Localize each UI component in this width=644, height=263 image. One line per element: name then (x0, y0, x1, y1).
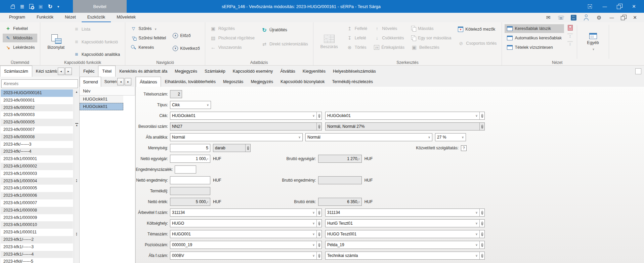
sub-tab[interactable]: Általános (136, 77, 161, 87)
scroll-top-marker-icon[interactable] (75, 123, 78, 127)
minimize-icon[interactable] (602, 4, 607, 9)
chevron-down-icon[interactable] (311, 222, 316, 225)
scroll-jump-down-icon[interactable] (74, 233, 79, 236)
attachment-button[interactable] (245, 144, 250, 152)
invoice-list-item[interactable]: 2023-kfk/------3 (1, 141, 73, 148)
tab-scroll-right-icon[interactable] (65, 68, 72, 75)
koltseghely-code-select[interactable]: HUGO (170, 219, 322, 227)
menu-item[interactable]: Eszközök (82, 13, 111, 22)
user-icon[interactable] (583, 14, 589, 21)
left-panel-tab[interactable]: Számlaszám (0, 66, 32, 77)
koltseghely-name-select[interactable]: HuriG Teszt01 (325, 219, 485, 227)
invoice-list-item[interactable]: 2023-HUGO/000161 (1, 89, 73, 97)
invoice-list-item[interactable]: 2023-kfk1/000002 (1, 163, 73, 170)
refresh-icon[interactable] (48, 3, 52, 10)
attachment-button[interactable] (316, 230, 321, 238)
search-input[interactable] (1, 79, 78, 88)
netto-egysegar-field[interactable] (170, 155, 210, 163)
detail-tab[interactable]: Fejléc (80, 66, 98, 77)
attachment-button[interactable] (479, 241, 484, 249)
modositas-button[interactable]: Módosítás (3, 34, 37, 42)
phone-icon[interactable] (558, 14, 564, 21)
invoice-list-item[interactable]: 2023-kfk1/000006 (1, 192, 73, 199)
invoice-list-item[interactable]: 2023-kfk1/000011 (1, 229, 73, 236)
kovetkezo-button[interactable]: Következő (170, 44, 202, 53)
kotelezo-mezok-button[interactable]: Kötelező mezők (456, 25, 499, 34)
item-list-row[interactable]: HUGOcikk01 (80, 96, 123, 103)
sub-tab[interactable]: Elhatárolás, továbbterhelés (161, 77, 219, 87)
chevron-down-icon[interactable] (474, 114, 479, 117)
attachment-button[interactable] (479, 230, 484, 238)
chevron-down-icon[interactable] (474, 222, 479, 225)
kozvetitett-checkbox[interactable]: ? (461, 145, 467, 151)
menu-item[interactable]: Program (3, 13, 31, 22)
sub-tab[interactable]: Termékdíj-részletezés (328, 77, 377, 87)
cikk-code-select[interactable]: HUGOcikk01 (170, 112, 322, 120)
sub-tab[interactable]: Megjegyzés (247, 77, 277, 87)
tab-scroll-right-icon[interactable] (125, 78, 131, 85)
keresoablak-latszik-toggle[interactable]: Keresőablak látszik (505, 24, 564, 33)
invoice-list-item[interactable]: 2023-kfkil/------5 (1, 258, 73, 263)
chevron-down-icon[interactable] (474, 232, 479, 236)
document-tab[interactable]: Bevitel (73, 0, 127, 13)
attachment-button[interactable] (316, 112, 321, 119)
invoice-list-item[interactable]: 2023-kfk1/000001 (1, 155, 73, 163)
detail-tab[interactable]: Kiegyenlítés (299, 66, 329, 77)
detail-tab[interactable]: Helyesbítéselszámolás (329, 66, 380, 77)
attachment-button[interactable] (479, 220, 484, 227)
lock-icon[interactable] (11, 6, 15, 9)
tab-scroll-left-icon[interactable] (117, 78, 124, 85)
menu-item[interactable]: Nézet (59, 13, 82, 22)
invoice-list-item[interactable]: 2023-kfk1/000004 (1, 178, 73, 185)
detail-tab[interactable]: Átváltás (276, 66, 299, 77)
tipus-select[interactable]: Cikk (170, 101, 211, 109)
attachment-button[interactable] (479, 209, 484, 216)
pozicioszam-code-select[interactable]: 000000_19 (170, 241, 322, 249)
ujratoltes-button[interactable]: Újratöltés (259, 26, 310, 34)
invoice-list-item[interactable]: 2023-kfk1/000005 (1, 185, 73, 192)
netto-engedmeny-field[interactable] (170, 176, 210, 184)
invoice-list-item[interactable]: 2023-kfk/000003 (1, 111, 73, 119)
chevron-down-icon[interactable] (460, 136, 466, 139)
list-scrollbar[interactable] (74, 89, 79, 263)
scroll-up-icon[interactable] (74, 90, 79, 93)
chevron-down-icon[interactable] (311, 254, 316, 257)
pozicioszam-name-select[interactable]: Példa_19 (325, 241, 485, 249)
sub-tab[interactable]: Megosztás (219, 77, 247, 87)
lekerdezes-button[interactable]: Lekérdezés (3, 43, 37, 52)
detail-tab[interactable]: Kerekítés és áthárított áfa (116, 66, 171, 77)
attachment-button[interactable] (316, 209, 321, 216)
attachment-button[interactable] (479, 252, 484, 259)
chevron-down-icon[interactable] (311, 211, 316, 214)
attachment-button[interactable] (316, 220, 321, 227)
chevron-down-icon[interactable] (426, 136, 432, 139)
menu-item[interactable]: Műveletek (111, 13, 141, 22)
left-panel-tab[interactable]: Kézi számlas (32, 66, 57, 77)
fullscreen-icon[interactable] (588, 4, 592, 8)
chevron-down-icon[interactable] (205, 103, 211, 107)
tab-strip-button[interactable] (635, 68, 641, 74)
detail-tab[interactable]: Számlakép (201, 66, 229, 77)
detail-tab[interactable]: Tétel (98, 66, 116, 77)
invoice-list-item[interactable]: 2023-kfk/000002 (1, 104, 73, 112)
sub-tab[interactable]: Kapcsolódó bizonylatok (277, 77, 328, 87)
invoice-list-item[interactable]: 2023-kfk1/000007 (1, 199, 73, 207)
qat-dropdown-icon[interactable] (57, 5, 59, 8)
invoice-list-item[interactable]: 2023-kfk/------4 (1, 148, 73, 155)
mail-icon[interactable] (545, 14, 551, 21)
detail-tab[interactable]: Kapcsolódó esemény (229, 66, 277, 77)
chevron-down-icon[interactable] (311, 243, 316, 247)
elozo-button[interactable]: Előző (170, 31, 202, 40)
calculator-icon[interactable] (571, 15, 576, 21)
invoice-list-item[interactable]: 2023-kfk1/------4 (1, 251, 73, 258)
invoice-list-item[interactable]: 2023-kfk1/------3 (1, 243, 73, 251)
invoice-list-item[interactable]: 2023-kfk1/------2 (1, 236, 73, 243)
attachment-button[interactable] (316, 123, 321, 130)
invoice-list-item[interactable]: 2023-kfk/000007 (1, 126, 73, 134)
chevron-down-icon[interactable] (474, 211, 479, 214)
chevron-down-icon[interactable] (474, 254, 479, 257)
menu-item[interactable]: Funkciók (31, 13, 59, 22)
invoice-list-item[interactable]: 2023-kfk1/000010 (1, 221, 73, 229)
szures-button[interactable]: Szűrés (128, 24, 168, 33)
afa-analitika-select-2[interactable]: Normál (305, 133, 432, 141)
